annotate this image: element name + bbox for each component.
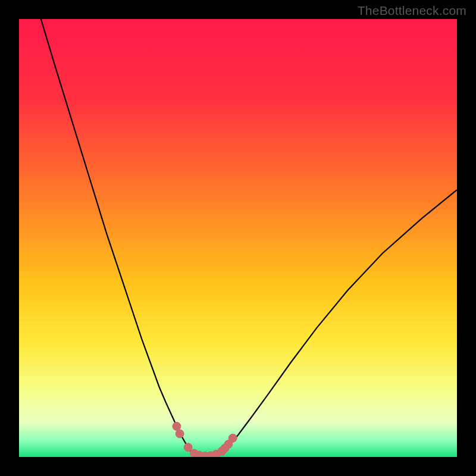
watermark-label: TheBottleneck.com	[358, 4, 466, 18]
curve-marker	[173, 422, 181, 430]
plot-area	[19, 19, 457, 457]
chart-svg	[19, 19, 457, 457]
curve-marker	[184, 443, 192, 452]
curve-marker	[176, 430, 184, 438]
gradient-background	[19, 19, 457, 457]
outer-frame: TheBottleneck.com	[0, 0, 476, 476]
curve-marker	[228, 434, 237, 442]
